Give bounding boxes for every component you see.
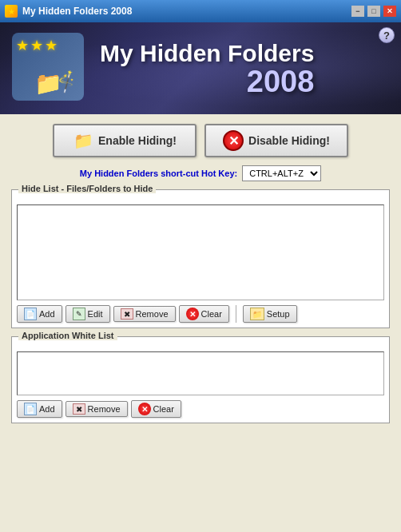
minimize-button[interactable]: − <box>351 6 364 17</box>
hotkey-select[interactable]: CTRL+ALT+Z CTRL+ALT+X CTRL+ALT+H <box>242 165 321 181</box>
hide-list-buttons: 📄 Add ✎ Edit ✖ Remove ✕ Clear 📁 Setup <box>17 305 384 323</box>
hide-add-button[interactable]: 📄 Add <box>17 305 62 323</box>
star1-icon: ★ <box>16 37 29 54</box>
white-add-icon: 📄 <box>24 403 37 415</box>
white-list-title: Application White List <box>18 331 117 340</box>
maximize-button[interactable]: □ <box>367 6 380 17</box>
app-icon: ★ <box>5 5 18 18</box>
white-list-buttons: 📄 Add ✖ Remove ✕ Clear <box>17 400 384 418</box>
white-clear-button[interactable]: ✕ Clear <box>131 400 181 418</box>
enable-icon: 📁 <box>73 130 93 151</box>
add-file-icon: 📄 <box>24 308 37 320</box>
app-header: ★ ★ ★ 📁 🪄 My Hidden Folders 2008 ? <box>0 22 401 114</box>
app-logo: ★ ★ ★ 📁 🪄 <box>12 33 88 105</box>
hotkey-label: My Hidden Folders short-cut Hot Key: <box>80 169 237 178</box>
white-clear-label: Clear <box>153 404 174 414</box>
hide-clear-label: Clear <box>201 309 222 319</box>
hide-add-label: Add <box>39 309 55 319</box>
star2-icon: ★ <box>30 37 43 54</box>
white-list-area[interactable] <box>17 351 384 395</box>
white-list-group: Application White List 📄 Add ✖ Remove ✕ … <box>11 336 390 423</box>
disable-icon: ✕ <box>223 130 244 151</box>
hotkey-row: My Hidden Folders short-cut Hot Key: CTR… <box>11 165 390 181</box>
title-bar-controls: − □ ✕ <box>351 6 396 17</box>
title-bar-text: My Hidden Folders 2008 <box>22 6 132 17</box>
hide-list-title: Hide List - Files/Folders to Hide <box>18 184 156 193</box>
hide-list-group: Hide List - Files/Folders to Hide 📄 Add … <box>11 189 390 328</box>
hide-remove-label: Remove <box>136 309 169 319</box>
hide-clear-button[interactable]: ✕ Clear <box>179 305 229 323</box>
white-add-button[interactable]: 📄 Add <box>17 400 62 418</box>
enable-label: Enable Hiding! <box>98 134 177 147</box>
enable-hiding-button[interactable]: 📁 Enable Hiding! <box>53 124 197 157</box>
hide-list-area[interactable] <box>17 204 384 300</box>
app-title: My Hidden Folders 2008 <box>100 40 314 97</box>
title-bar: ★ My Hidden Folders 2008 − □ ✕ <box>0 0 401 22</box>
remove-icon: ✖ <box>121 308 133 320</box>
setup-icon: 📁 <box>250 308 264 320</box>
white-remove-button[interactable]: ✖ Remove <box>66 401 128 417</box>
help-button[interactable]: ? <box>379 27 395 43</box>
hide-remove-button[interactable]: ✖ Remove <box>113 306 176 322</box>
logo-stars: ★ ★ ★ <box>16 37 58 54</box>
clear-icon: ✕ <box>186 308 199 320</box>
close-button[interactable]: ✕ <box>383 6 396 17</box>
white-clear-icon: ✕ <box>138 403 151 415</box>
setup-label: Setup <box>267 309 290 319</box>
app-title-year: 2008 <box>100 66 314 97</box>
white-remove-label: Remove <box>88 404 121 414</box>
hide-edit-button[interactable]: ✎ Edit <box>66 305 110 323</box>
white-add-label: Add <box>39 404 55 414</box>
action-buttons: 📁 Enable Hiding! ✕ Disable Hiding! <box>11 124 390 157</box>
hide-edit-label: Edit <box>88 309 103 319</box>
title-bar-left: ★ My Hidden Folders 2008 <box>5 5 132 18</box>
disable-label: Disable Hiding! <box>248 134 330 147</box>
app-title-main: My Hidden Folders <box>100 40 314 66</box>
main-content: 📁 Enable Hiding! ✕ Disable Hiding! My Hi… <box>0 114 401 532</box>
setup-button[interactable]: 📁 Setup <box>243 305 297 323</box>
edit-icon: ✎ <box>73 308 85 320</box>
white-remove-icon: ✖ <box>73 403 85 415</box>
disable-hiding-button[interactable]: ✕ Disable Hiding! <box>204 124 348 157</box>
star3-icon: ★ <box>45 37 58 54</box>
button-separator <box>236 305 236 323</box>
